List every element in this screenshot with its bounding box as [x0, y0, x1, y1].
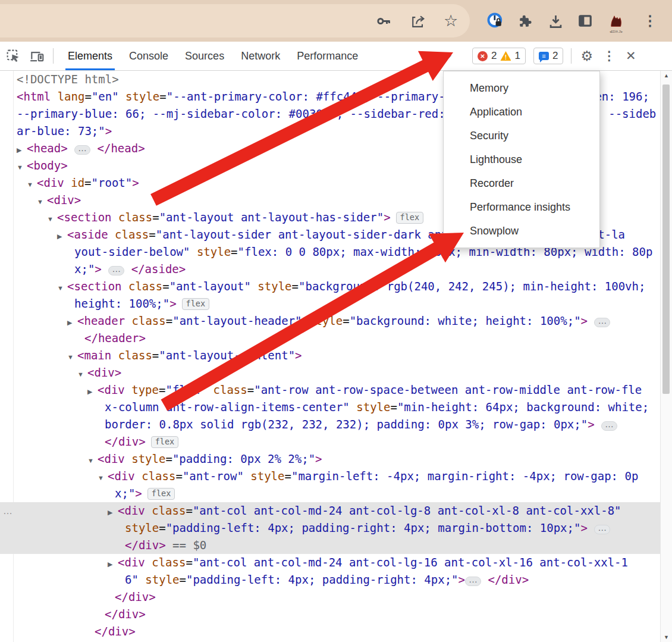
inline-ellipsis-button[interactable]: …: [74, 145, 90, 155]
address-bar[interactable]: [0, 4, 470, 37]
settings-gear-icon[interactable]: ⚙: [579, 48, 594, 64]
collapse-toggle-icon[interactable]: ▼: [57, 280, 67, 297]
inline-ellipsis-button[interactable]: …: [594, 318, 610, 327]
dom-tree-node[interactable]: ▶<div class="ant-col ant-col-md-24 ant-c…: [0, 554, 661, 571]
tab-sources[interactable]: Sources: [183, 42, 227, 70]
tab-elements[interactable]: Elements: [65, 42, 115, 70]
inspect-element-icon[interactable]: [6, 49, 21, 64]
dom-tree-node[interactable]: </div>: [0, 606, 661, 623]
close-devtools-icon[interactable]: ✕: [624, 49, 638, 63]
errors-warnings-badge[interactable]: ✕ 2 ! 1: [472, 48, 526, 64]
brand-flame-icon[interactable]: ◂EDIA.JI▸: [602, 0, 630, 42]
code-token: "padding-left: 4px; padding-right: 4px; …: [166, 521, 581, 534]
scroll-down-icon[interactable]: ▼: [661, 634, 672, 640]
inline-ellipsis-button[interactable]: …: [601, 421, 617, 431]
code-token: <header: [77, 314, 125, 327]
dom-tree-node[interactable]: x;">flex: [0, 485, 661, 502]
collapse-toggle-icon[interactable]: ▼: [27, 176, 37, 193]
dom-tree-node[interactable]: 6" style="padding-left: 4px; padding-rig…: [0, 571, 661, 588]
dom-tree-node[interactable]: </div>: [0, 623, 661, 640]
menu-item-performance-insights[interactable]: Performance insights: [444, 195, 599, 219]
share-icon[interactable]: [404, 0, 432, 42]
messages-badge[interactable]: ≡ 2: [533, 48, 563, 64]
collapse-toggle-icon[interactable]: ▼: [37, 193, 47, 211]
menu-item-security[interactable]: Security: [444, 124, 599, 148]
collapse-toggle-icon[interactable]: ▼: [77, 366, 87, 383]
dom-tree-node[interactable]: style="padding-left: 4px; padding-right:…: [0, 519, 661, 537]
code-token: >: [588, 418, 594, 431]
menu-item-application[interactable]: Application: [444, 100, 599, 124]
key-icon[interactable]: [370, 0, 397, 42]
collapse-toggle-icon[interactable]: ▼: [98, 469, 108, 487]
code-token: == $0: [166, 538, 207, 552]
code-token: >: [95, 262, 101, 275]
expand-toggle-icon[interactable]: ▶: [108, 504, 118, 521]
tab-performance[interactable]: Performance: [294, 42, 360, 70]
scrollbar-thumb[interactable]: [662, 84, 670, 394]
menu-item-memory[interactable]: Memory: [444, 76, 599, 100]
vertical-scrollbar[interactable]: ▲ ▼: [660, 71, 672, 642]
tab-network[interactable]: Network: [238, 42, 282, 70]
menu-item-snowplow[interactable]: Snowplow: [444, 219, 599, 243]
code-token: class: [213, 383, 247, 396]
inline-ellipsis-button[interactable]: …: [594, 525, 610, 534]
dom-tree-node[interactable]: border: 0.8px solid rgb(232, 232, 232); …: [0, 416, 661, 433]
dom-tree-node[interactable]: height: 100%;">flex: [0, 295, 661, 312]
dom-tree-node[interactable]: x-column ant-row-align-items-center" sty…: [0, 399, 661, 416]
dom-tree-node[interactable]: ▼<div class="ant-row" style="margin-left…: [0, 468, 661, 485]
dom-tree-node[interactable]: x;"> … </aside>: [0, 261, 661, 278]
dom-tree-node[interactable]: </div>flex: [0, 433, 661, 450]
flex-badge[interactable]: flex: [147, 488, 175, 500]
expand-toggle-icon[interactable]: ▶: [57, 228, 67, 245]
collapse-toggle-icon[interactable]: ▼: [17, 159, 27, 176]
expand-toggle-icon[interactable]: ▶: [87, 383, 98, 400]
device-toolbar-icon[interactable]: [29, 48, 45, 64]
extensions-puzzle-icon[interactable]: [512, 0, 539, 42]
collapse-toggle-icon[interactable]: ▼: [67, 349, 77, 366]
devtools-tab-bar: ElementsConsoleSourcesNetworkPerformance: [65, 42, 360, 70]
code-token: "en": [92, 90, 119, 103]
dom-tree-node[interactable]: ▼<main class="ant-layout-content">: [0, 347, 661, 364]
star-icon[interactable]: ☆: [437, 0, 464, 42]
dom-tree-node[interactable]: </div>: [0, 588, 661, 606]
collapse-toggle-icon[interactable]: ▼: [87, 452, 98, 469]
code-token: [481, 573, 488, 586]
code-token: [122, 280, 128, 293]
dom-tree-node[interactable]: ▼<div style="padding: 0px 2% 2%;">: [0, 450, 661, 468]
privacy-ring-lock-icon[interactable]: [482, 0, 509, 42]
dom-tree-node[interactable]: ▶<header class="ant-layout-header" style…: [0, 312, 661, 330]
code-token: <!DOCTYPE html>: [17, 73, 119, 86]
dom-tree-node[interactable]: ▼<section class="ant-layout" style="back…: [0, 278, 661, 295]
flex-badge[interactable]: flex: [151, 436, 179, 448]
flex-badge[interactable]: flex: [182, 298, 210, 310]
expand-toggle-icon[interactable]: ▶: [67, 314, 77, 331]
dom-tree-node[interactable]: ▶<div type="flex" class="ant-row ant-row…: [0, 381, 661, 399]
warning-count: 1: [514, 50, 520, 62]
flex-badge[interactable]: flex: [396, 212, 424, 224]
side-panel-icon[interactable]: [571, 0, 599, 42]
tab-console[interactable]: Console: [127, 42, 171, 70]
menu-item-lighthouse[interactable]: Lighthouse: [444, 148, 599, 171]
code-token: ar-blue: 73;": [17, 124, 105, 137]
dom-tree-node[interactable]: …▶<div class="ant-col ant-col-md-24 ant-…: [0, 502, 661, 519]
devtools-toolbar: ElementsConsoleSourcesNetworkPerformance…: [0, 42, 672, 71]
inline-ellipsis-button[interactable]: …: [465, 577, 481, 586]
code-token: [111, 349, 118, 362]
code-token: [135, 469, 142, 483]
more-panels-chevron[interactable]: »: [440, 42, 455, 70]
expand-toggle-icon[interactable]: ▶: [108, 556, 118, 573]
dom-tree-node[interactable]: ▼<div>: [0, 364, 661, 381]
inline-ellipsis-button[interactable]: …: [108, 266, 124, 275]
expand-toggle-icon[interactable]: ▶: [17, 142, 27, 159]
collapse-toggle-icon[interactable]: ▼: [47, 211, 57, 228]
devtools-menu-kebab-icon[interactable]: ⋮: [602, 49, 617, 63]
scroll-up-icon[interactable]: ▲: [661, 73, 672, 79]
browser-menu-kebab-icon[interactable]: ⋮: [636, 0, 664, 42]
dom-tree-node[interactable]: </div> == $0: [0, 537, 661, 554]
code-token: >: [580, 521, 587, 534]
download-icon[interactable]: [542, 0, 569, 42]
menu-item-recorder[interactable]: Recorder: [444, 171, 599, 195]
dom-tree-node[interactable]: </header>: [0, 330, 661, 347]
code-token: x;": [74, 262, 95, 275]
code-token: </aside>: [131, 262, 186, 275]
